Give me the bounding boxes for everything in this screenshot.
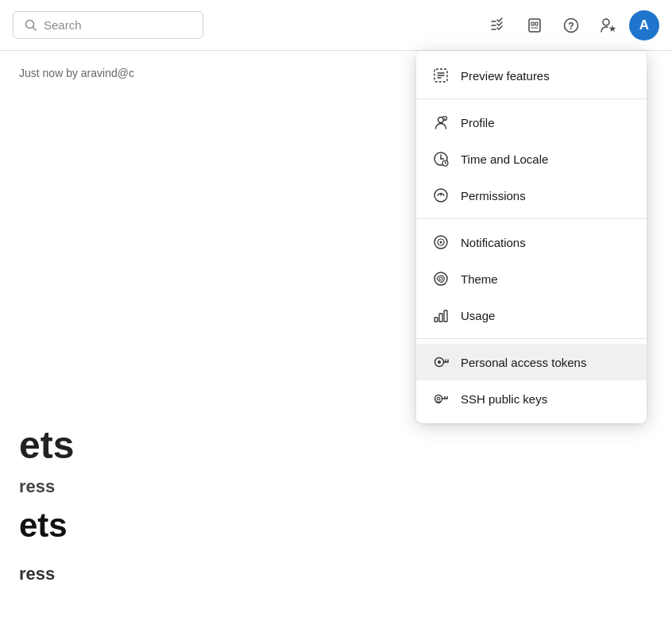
svg-text:★: ★ xyxy=(443,117,446,121)
menu-item-permissions[interactable]: Permissions xyxy=(416,177,647,214)
menu-item-notifications[interactable]: Notifications xyxy=(416,224,647,260)
theme-icon xyxy=(432,270,450,287)
menu-item-personal-access-tokens[interactable]: Personal access tokens xyxy=(416,344,647,380)
svg-rect-38 xyxy=(444,310,447,322)
page-word: ress xyxy=(19,476,74,497)
svg-point-33 xyxy=(440,241,442,244)
menu-item-time-locale-label: Time and Locale xyxy=(461,152,548,166)
svg-point-44 xyxy=(435,395,442,403)
help-icon-button[interactable]: ? xyxy=(556,10,586,40)
svg-point-35 xyxy=(439,277,442,280)
svg-rect-36 xyxy=(434,318,438,322)
preview-icon xyxy=(432,67,450,84)
clock-icon xyxy=(432,150,450,168)
navbar: Search ? xyxy=(0,0,672,51)
menu-item-profile-label: Profile xyxy=(461,116,495,129)
menu-item-usage[interactable]: Usage xyxy=(416,297,647,333)
svg-rect-6 xyxy=(531,22,534,25)
svg-point-45 xyxy=(437,397,440,400)
menu-item-profile[interactable]: ★ Profile xyxy=(416,104,647,141)
menu-item-ssh-public-keys[interactable]: SSH public keys xyxy=(416,380,647,417)
divider-3 xyxy=(416,338,647,339)
user-dropdown-menu: Preview features ★ Profile Time xyxy=(416,51,647,423)
bg-large-title: ets xyxy=(19,507,68,545)
tasks-icon xyxy=(489,17,507,34)
token-icon xyxy=(432,353,450,371)
menu-item-usage-label: Usage xyxy=(461,309,495,322)
divider-2 xyxy=(416,218,647,219)
tasks-icon-button[interactable] xyxy=(483,10,513,40)
svg-text:?: ? xyxy=(568,20,574,31)
svg-point-40 xyxy=(438,360,441,364)
notifications-icon xyxy=(432,233,450,251)
menu-item-permissions-label: Permissions xyxy=(461,189,526,202)
svg-marker-12 xyxy=(609,25,616,32)
page-title: ets xyxy=(19,423,74,467)
container-icon-button[interactable] xyxy=(519,10,550,40)
permissions-icon xyxy=(432,187,450,204)
ssh-icon xyxy=(432,390,450,407)
profile-icon: ★ xyxy=(432,114,450,131)
navbar-right: ? A xyxy=(483,10,659,40)
menu-item-personal-access-tokens-label: Personal access tokens xyxy=(461,356,586,369)
svg-rect-7 xyxy=(535,22,538,25)
user-star-icon xyxy=(599,17,616,34)
menu-item-preview-features-label: Preview features xyxy=(461,69,550,83)
divider-1 xyxy=(416,98,647,99)
search-placeholder: Search xyxy=(44,18,82,32)
search-icon xyxy=(25,19,37,32)
menu-item-preview-features[interactable]: Preview features xyxy=(416,57,647,94)
menu-item-time-locale[interactable]: Time and Locale xyxy=(416,141,647,177)
user-avatar[interactable]: A xyxy=(629,10,659,40)
user-star-icon-button[interactable] xyxy=(593,10,623,40)
svg-rect-37 xyxy=(439,314,442,322)
help-icon: ? xyxy=(562,17,580,34)
svg-rect-5 xyxy=(529,19,540,32)
container-icon xyxy=(526,17,543,34)
search-box[interactable]: Search xyxy=(13,11,203,39)
bg-subtitle-word: ress xyxy=(19,564,55,584)
menu-item-theme-label: Theme xyxy=(461,272,498,286)
menu-item-ssh-public-keys-label: SSH public keys xyxy=(461,392,547,406)
svg-line-1 xyxy=(33,27,37,30)
usage-icon xyxy=(432,307,450,324)
svg-point-11 xyxy=(603,19,609,25)
menu-item-theme[interactable]: Theme xyxy=(416,260,647,297)
menu-item-notifications-label: Notifications xyxy=(461,236,526,249)
